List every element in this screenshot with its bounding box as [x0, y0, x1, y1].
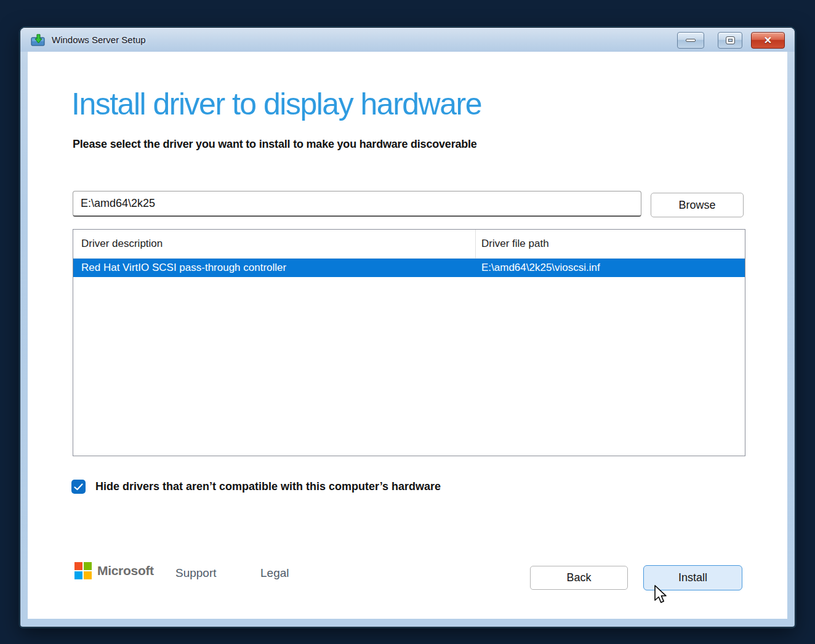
close-button[interactable]: ✕ [751, 32, 785, 49]
ms-logo-blue-square [74, 571, 82, 579]
driver-list-header: Driver description Driver file path [73, 230, 745, 259]
window-title: Windows Server Setup [52, 34, 146, 45]
hide-incompatible-label: Hide drivers that aren’t compatible with… [95, 480, 441, 493]
ms-logo-red-square [74, 562, 82, 570]
column-divider [475, 230, 476, 259]
column-header-driver-file-path[interactable]: Driver file path [481, 238, 549, 250]
microsoft-logo-icon [74, 562, 92, 579]
title-bar[interactable]: Windows Server Setup ✕ [20, 28, 795, 52]
install-button[interactable]: Install [643, 565, 742, 590]
maximize-icon [726, 37, 734, 44]
driver-description-cell: Red Hat VirtIO SCSI pass-through control… [81, 262, 286, 274]
back-button[interactable]: Back [530, 566, 628, 590]
driver-path-input[interactable] [73, 191, 641, 217]
setup-app-icon [31, 34, 46, 46]
checkmark-icon [74, 483, 83, 491]
page-title: Install driver to display hardware [71, 86, 481, 122]
minimize-button[interactable] [677, 32, 704, 49]
microsoft-wordmark: Microsoft [97, 563, 154, 578]
driver-row-selected[interactable]: Red Hat VirtIO SCSI pass-through control… [73, 259, 745, 277]
ms-logo-green-square [84, 562, 92, 570]
browse-button[interactable]: Browse [651, 193, 744, 217]
hide-incompatible-drivers-row: Hide drivers that aren’t compatible with… [71, 480, 441, 494]
page-subtitle: Please select the driver you want to ins… [73, 138, 477, 151]
window-controls: ✕ [677, 32, 785, 49]
maximize-button[interactable] [718, 32, 742, 49]
close-icon: ✕ [764, 36, 772, 46]
support-link[interactable]: Support [175, 566, 217, 580]
microsoft-brand: Microsoft [74, 562, 154, 579]
hide-incompatible-checkbox[interactable] [71, 480, 86, 494]
legal-link[interactable]: Legal [260, 566, 289, 580]
dialog-content: Install driver to display hardware Pleas… [28, 52, 787, 619]
driver-file-path-cell: E:\amd64\2k25\vioscsi.inf [481, 262, 600, 274]
minimize-icon [686, 39, 696, 42]
windows-server-setup-window: Windows Server Setup ✕ Install driver to… [20, 28, 795, 627]
driver-list[interactable]: Driver description Driver file path Red … [73, 229, 745, 456]
desktop-background: Windows Server Setup ✕ Install driver to… [0, 0, 815, 644]
column-header-driver-description[interactable]: Driver description [81, 238, 163, 250]
ms-logo-yellow-square [84, 571, 92, 579]
